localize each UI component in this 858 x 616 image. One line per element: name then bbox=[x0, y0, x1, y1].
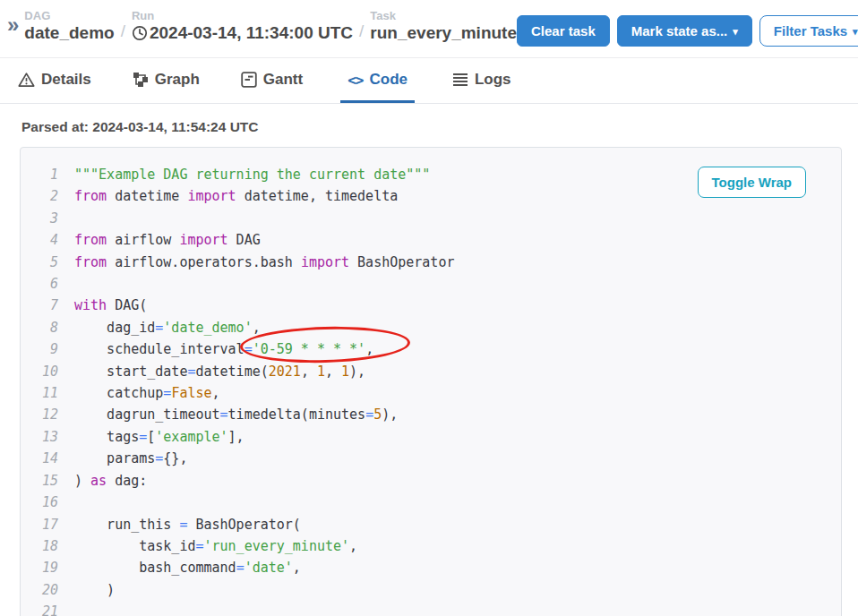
breadcrumb-separator: / bbox=[115, 21, 132, 43]
breadcrumb-run: Run 2024-03-14, 11:34:00 UTC bbox=[132, 9, 353, 43]
line-number: 20 bbox=[21, 579, 58, 601]
code-line: 12 dagrun_timeout=timedelta(minutes=5), bbox=[21, 404, 841, 425]
tab-graph[interactable]: Graph bbox=[129, 60, 203, 103]
breadcrumb-separator: / bbox=[353, 21, 370, 43]
code-line: 16 bbox=[21, 492, 841, 513]
warning-triangle-icon bbox=[18, 72, 35, 88]
line-number: 10 bbox=[21, 361, 58, 382]
line-number: 1 bbox=[21, 164, 58, 185]
line-number: 11 bbox=[21, 382, 58, 404]
code-line: 18 task_id='run_every_minute', bbox=[21, 535, 841, 557]
breadcrumb-dag: DAG date_demo bbox=[24, 9, 114, 43]
line-number: 9 bbox=[21, 338, 58, 360]
code-line: 21 bbox=[21, 601, 841, 616]
gantt-icon bbox=[241, 72, 257, 88]
line-number: 7 bbox=[21, 295, 58, 316]
task-value[interactable]: run_every_minute bbox=[370, 23, 517, 43]
toolbar: Clear task Mark state as...▾ Filter Task… bbox=[517, 9, 858, 47]
toggle-wrap-button[interactable]: Toggle Wrap bbox=[698, 167, 806, 198]
header-divider bbox=[0, 57, 858, 58]
run-value[interactable]: 2024-03-14, 11:34:00 UTC bbox=[132, 23, 353, 43]
code-line: 15) as dag: bbox=[21, 470, 841, 492]
tab-details[interactable]: Details bbox=[14, 60, 95, 103]
code-line: 11 catchup=False, bbox=[21, 382, 841, 404]
clock-icon bbox=[132, 25, 148, 41]
line-number: 21 bbox=[21, 601, 58, 616]
code-line: 7with DAG( bbox=[21, 295, 841, 316]
breadcrumb-task: Task run_every_minute bbox=[370, 9, 517, 43]
breadcrumb: DAG date_demo / Run 2024-03-14, 11:34:00… bbox=[24, 9, 517, 43]
dag-value[interactable]: date_demo bbox=[24, 23, 114, 43]
line-number: 16 bbox=[21, 492, 58, 513]
parsed-at-text: Parsed at: 2024-03-14, 11:54:24 UTC bbox=[21, 119, 858, 135]
caret-down-icon: ▾ bbox=[733, 26, 738, 37]
filter-tasks-button[interactable]: Filter Tasks▾ bbox=[759, 15, 858, 47]
code-line: 10 start_date=datetime(2021, 1, 1), bbox=[21, 361, 841, 382]
code-line: 8 dag_id='date_demo', bbox=[21, 317, 841, 338]
line-number: 15 bbox=[21, 470, 58, 492]
code-line: 20 ) bbox=[21, 579, 841, 601]
code-lines: 1"""Example DAG returning the current da… bbox=[21, 164, 841, 616]
run-label: Run bbox=[132, 9, 353, 22]
graph-icon bbox=[133, 72, 149, 88]
line-number: 4 bbox=[21, 229, 58, 251]
dag-code-panel: Toggle Wrap 1"""Example DAG returning th… bbox=[20, 147, 842, 616]
header: » DAG date_demo / Run 2024-03-14, 11:34:… bbox=[0, 0, 858, 57]
line-number: 18 bbox=[21, 535, 58, 557]
line-number: 8 bbox=[21, 317, 58, 338]
code-line: 9 schedule_interval='0-59 * * * *', bbox=[21, 338, 841, 360]
line-number: 19 bbox=[21, 557, 58, 578]
line-number: 13 bbox=[21, 426, 58, 448]
line-number: 12 bbox=[21, 404, 58, 425]
task-label: Task bbox=[370, 9, 517, 22]
line-number: 2 bbox=[21, 185, 58, 207]
line-number: 5 bbox=[21, 252, 58, 273]
code-line: 14 params={}, bbox=[21, 448, 841, 469]
tab-code[interactable]: <> Code bbox=[340, 60, 415, 103]
line-number: 3 bbox=[21, 208, 58, 229]
logs-icon bbox=[452, 73, 468, 87]
code-icon: <> bbox=[347, 72, 363, 89]
mark-state-as-button[interactable]: Mark state as...▾ bbox=[617, 15, 752, 47]
code-line: 3 bbox=[21, 208, 841, 229]
code-line: 13 tags=['example'], bbox=[21, 426, 841, 448]
line-number: 14 bbox=[21, 448, 58, 469]
dag-label: DAG bbox=[24, 9, 114, 22]
code-line: 6 bbox=[21, 273, 841, 295]
code-line: 4from airflow import DAG bbox=[21, 229, 841, 251]
tab-logs[interactable]: Logs bbox=[449, 60, 515, 103]
line-number: 17 bbox=[21, 514, 58, 535]
tab-gantt[interactable]: Gantt bbox=[237, 60, 306, 103]
code-line: 5from airflow.operators.bash import Bash… bbox=[21, 252, 841, 273]
code-line: 19 bash_command='date', bbox=[21, 557, 841, 578]
double-chevron-right-icon[interactable]: » bbox=[7, 14, 19, 36]
clear-task-button[interactable]: Clear task bbox=[517, 15, 610, 47]
caret-down-icon: ▾ bbox=[853, 26, 858, 37]
code-line: 17 run_this = BashOperator( bbox=[21, 514, 841, 535]
line-number: 6 bbox=[21, 273, 58, 295]
tab-bar: Details Graph Gantt <> Code Logs bbox=[0, 60, 858, 104]
